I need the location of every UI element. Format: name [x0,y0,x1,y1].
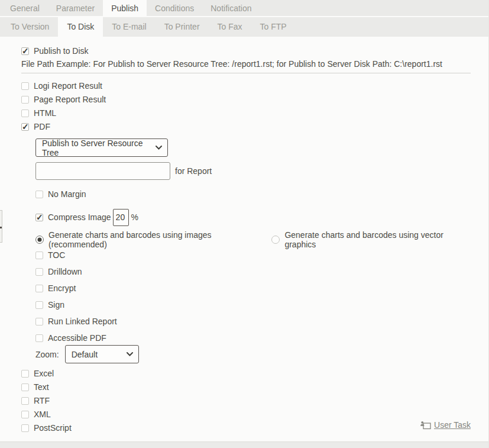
primary-tabbar: General Parameter Publish Conditions Not… [0,0,488,17]
publish-settings-panel: General Parameter Publish Conditions Not… [0,0,489,448]
toc-row: TOC [35,250,471,260]
pdf-label: PDF [34,122,50,131]
encrypt-checkbox[interactable] [35,285,43,292]
xml-checkbox[interactable] [21,411,29,418]
no-margin-label: No Margin [48,189,86,199]
tab-conditions[interactable]: Conditions [147,0,202,16]
xml-label: XML [34,410,51,419]
images-radio[interactable] [35,236,44,244]
file-path-example-note: File Path Example: For Publish to Server… [21,60,471,69]
rtf-checkbox[interactable] [21,397,29,405]
publish-to-disk-row: Publish to Disk [21,46,471,56]
tab-publish[interactable]: Publish [103,0,147,17]
report-path-input[interactable] [35,162,170,180]
page-report-result-label: Page Report Result [34,95,106,104]
user-task-icon [420,421,431,430]
publish-destination-value: Publish to Server Resource Tree [42,138,148,157]
postscript-checkbox[interactable] [21,424,29,432]
tab-notification[interactable]: Notification [202,0,260,16]
zoom-row: Zoom: Default [35,345,471,363]
toc-label: TOC [48,250,65,260]
accessible-pdf-label: Accessible PDF [48,333,106,343]
html-checkbox[interactable] [21,109,29,117]
compress-image-checkbox[interactable] [35,214,43,221]
format-row-excel: Excel [21,369,471,378]
tab-to-fax[interactable]: To Fax [209,17,251,37]
tab-to-ftp[interactable]: To FTP [251,17,296,37]
format-row-html: HTML [21,108,471,118]
bottom-strip [0,441,488,448]
encrypt-row: Encrypt [35,283,471,293]
format-row-rtf: RTF [21,396,471,405]
secondary-tabbar: To Version To Disk To E-mail To Printer … [0,17,488,37]
chevron-down-icon [156,146,162,150]
more-formats-block: Excel Text RTF XML PostScript [21,369,471,433]
tab-to-email[interactable]: To E-mail [103,17,155,37]
tab-general[interactable]: General [2,0,48,16]
user-task-label: User Task [434,420,471,430]
text-label: Text [34,382,49,392]
run-linked-report-label: Run Linked Report [48,317,117,326]
page-report-result-checkbox[interactable] [21,96,29,104]
zoom-select[interactable]: Default [65,345,139,363]
divider [21,73,471,73]
drilldown-row: Drilldown [35,267,471,276]
vector-graphics-radio[interactable] [271,236,280,244]
sign-checkbox[interactable] [35,301,43,309]
zoom-label: Zoom: [35,350,59,359]
format-row-page-report-result: Page Report Result [21,95,471,104]
excel-checkbox[interactable] [21,370,29,378]
zoom-select-value: Default [72,350,98,359]
render-mode-row: Generate charts and barcodes using image… [35,235,471,244]
report-path-row: for Report [35,162,471,180]
format-row-postscript: PostScript [21,423,471,433]
no-margin-row: No Margin [35,189,471,199]
to-disk-panel: Publish to Disk File Path Example: For P… [0,37,488,441]
panel-resize-handle[interactable] [0,210,2,243]
excel-label: Excel [34,369,54,378]
format-row-logi-report-result: Logi Report Result [21,81,471,91]
compress-image-label: Compress Image [48,212,111,222]
user-task-link[interactable]: User Task [420,420,471,430]
percent-label: % [131,212,138,222]
format-row-xml: XML [21,410,471,419]
accessible-pdf-row: Accessible PDF [35,333,471,343]
pdf-options-block: Publish to Server Resource Tree for Repo… [35,136,471,363]
encrypt-label: Encrypt [48,283,76,293]
tab-to-printer[interactable]: To Printer [156,17,209,37]
sign-label: Sign [48,300,64,310]
html-label: HTML [34,108,56,118]
postscript-label: PostScript [34,423,72,433]
publish-to-disk-checkbox[interactable] [21,47,29,55]
chevron-down-icon [127,352,133,356]
images-radio-label: Generate charts and barcodes using image… [48,230,265,249]
drilldown-label: Drilldown [48,267,82,276]
publish-destination-select[interactable]: Publish to Server Resource Tree [35,138,168,157]
vector-graphics-radio-label: Generate charts and barcodes using vecto… [284,230,471,249]
sign-row: Sign [35,300,471,310]
tab-to-version[interactable]: To Version [2,17,58,37]
logi-report-result-label: Logi Report Result [34,81,102,91]
tab-to-disk[interactable]: To Disk [58,17,103,37]
publish-to-disk-label: Publish to Disk [34,46,89,56]
format-row-pdf: PDF [21,122,471,131]
toc-checkbox[interactable] [35,252,43,259]
pdf-checkbox[interactable] [21,123,29,131]
run-linked-report-checkbox[interactable] [35,318,43,325]
rtf-label: RTF [34,396,50,405]
format-row-text: Text [21,382,471,392]
run-linked-report-row: Run Linked Report [35,317,471,326]
compress-image-row: Compress Image % [35,208,471,226]
drilldown-checkbox[interactable] [35,268,43,276]
no-margin-checkbox[interactable] [35,191,43,198]
compress-percentage-input[interactable] [113,209,129,226]
logi-report-result-checkbox[interactable] [21,82,29,90]
tab-parameter[interactable]: Parameter [48,0,103,16]
for-report-label: for Report [175,166,212,176]
text-checkbox[interactable] [21,383,29,391]
accessible-pdf-checkbox[interactable] [35,334,43,342]
